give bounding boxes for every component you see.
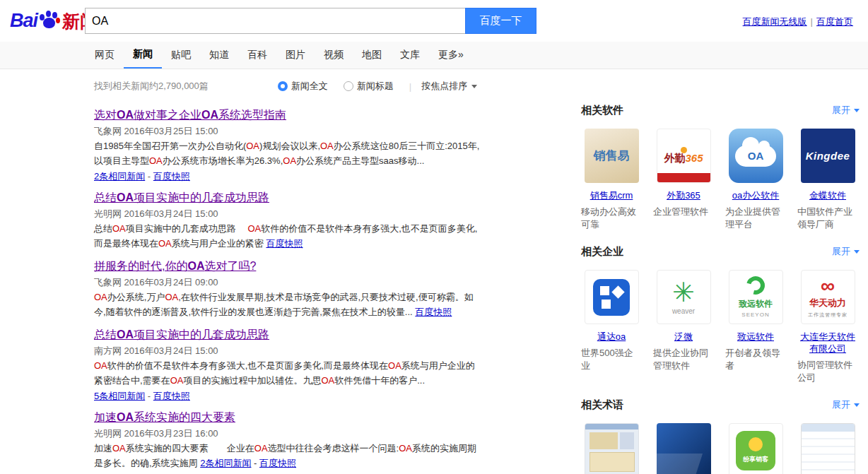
search-bar: 百度一下: [85, 8, 536, 34]
tab-maps[interactable]: 地图: [353, 42, 391, 69]
chevron-down-icon: [854, 403, 860, 407]
section-title-software: 相关软件: [581, 104, 623, 117]
inline-link[interactable]: 百度快照: [153, 171, 190, 182]
result-title-link[interactable]: 总结OA项目实施中的几套成功思路: [94, 191, 269, 205]
software-item-oa-office: OA oa办公软件 为企业提供管理平台: [725, 129, 786, 231]
search-button[interactable]: 百度一下: [465, 8, 536, 34]
related-companies-section: 相关企业 展开 通达oa 世界500强企业 ✳ weaver 泛微 提供企业协同…: [581, 244, 860, 384]
results-count: 找到相关新闻约2,790,000篇: [94, 80, 209, 93]
oa-cloud-app-icon[interactable]: OA: [729, 129, 783, 183]
company-item-tongda: 通达oa 世界500强企业: [581, 270, 642, 384]
inline-link[interactable]: 百度快照: [415, 307, 452, 317]
red-banner: [657, 173, 710, 182]
company-link[interactable]: 通达oa: [597, 331, 626, 343]
result-title-link[interactable]: 加速OA系统实施的四大要素: [94, 410, 235, 425]
tab-wenku[interactable]: 文库: [391, 42, 429, 69]
section-title-terms: 相关术语: [581, 398, 623, 412]
tab-baike[interactable]: 百科: [238, 42, 276, 69]
chevron-down-icon: [854, 250, 860, 254]
logo-text-bai: Bai: [10, 10, 37, 31]
inline-link[interactable]: 5条相同新闻: [94, 391, 145, 401]
expand-terms-link[interactable]: 展开: [832, 398, 860, 411]
green-swirl-icon: [743, 273, 768, 298]
huatian-logo-icon[interactable]: ∞ 华天动力 工作流管理专家: [801, 270, 855, 324]
result-title-link[interactable]: 总结OA项目实施中的几套成功思路: [94, 328, 269, 342]
result-footer-links: 5条相同新闻 - 百度快照: [94, 390, 481, 402]
chevron-down-icon: [471, 85, 477, 88]
search-input[interactable]: [85, 8, 465, 34]
result-source-date: 南方网 2016年03月24日 15:00: [94, 345, 481, 357]
expand-software-link[interactable]: 展开: [832, 104, 860, 117]
related-software-section: 相关软件 展开 销售易 销售易crm 移动办公高效可靠 外勤365 外勤365 …: [581, 103, 860, 231]
company-desc: 协同管理软件公司: [797, 359, 858, 384]
inline-link[interactable]: 百度快照: [259, 458, 296, 468]
tongda-logo-icon[interactable]: [585, 270, 639, 324]
term-item-2: 移动办公: [653, 423, 714, 474]
news-wireless-link[interactable]: 百度新闻无线版: [743, 16, 807, 27]
software-item-xiaoshouyi: 销售易 销售易crm 移动办公高效可靠: [581, 129, 642, 231]
news-result-4: 总结OA项目实施中的几套成功思路 南方网 2016年03月24日 15:00 O…: [94, 328, 481, 402]
kingdee-app-icon[interactable]: Kingdee: [801, 129, 855, 183]
smiley-icon: [749, 437, 763, 451]
tab-more[interactable]: 更多»: [429, 42, 473, 69]
result-source-date: 光明网 2016年03月23日 16:00: [94, 427, 481, 439]
company-link[interactable]: 致远软件: [737, 331, 774, 343]
sort-dropdown[interactable]: |按焦点排序: [409, 80, 477, 93]
tab-news[interactable]: 新闻: [124, 42, 162, 69]
company-desc: 开创者及领导者: [725, 347, 786, 372]
company-desc: 世界500强企业: [581, 347, 642, 372]
inline-link[interactable]: 百度快照: [266, 238, 303, 249]
term-item-3: 纷享销客 纷享销客: [725, 423, 786, 474]
result-snippet: 加速OA系统实施的四大要素 企业在OA选型中往往会考虑这样一个问题:OA系统的实…: [94, 441, 481, 470]
filter-fulltext-radio[interactable]: 新闻全文: [278, 80, 328, 93]
baidu-home-link[interactable]: 百度首页: [816, 16, 853, 27]
section-title-companies: 相关企业: [581, 245, 623, 259]
related-terms-section: 相关术语 展开 协同办公系统 移动办公 纷享销客 纷享销客 办公: [581, 398, 860, 474]
tab-video[interactable]: 视频: [315, 42, 353, 69]
filter-title-radio[interactable]: 新闻标题: [344, 80, 394, 93]
company-item-weaver: ✳ weaver 泛微 提供企业协同管理软件: [653, 270, 714, 384]
result-snippet: OA软件的价值不是软件本身有多强大,也不是页面多美化,而是最终体现在OA系统与用…: [94, 358, 481, 388]
seeyon-logo-icon[interactable]: 致远软件 SEEYON: [729, 270, 783, 324]
inline-link[interactable]: 2条相同新闻: [94, 171, 145, 182]
term-thumbnail[interactable]: [801, 423, 855, 474]
inline-link[interactable]: 百度快照: [153, 391, 190, 401]
term-item-4: 办公自动化: [797, 423, 858, 474]
company-item-huatian: ∞ 华天动力 工作流管理专家 大连华天软件有限公司 协同管理软件公司: [797, 270, 858, 384]
company-link[interactable]: 大连华天软件有限公司: [797, 331, 858, 355]
software-desc: 中国软件产业领导厂商: [797, 206, 858, 231]
result-snippet: 自1985年全国召开第一次办公自动化(OA)规划会议以来,OA办公系统这位80后…: [94, 138, 481, 168]
software-item-kingdee: Kingdee 金蝶软件 中国软件产业领导厂商: [797, 129, 858, 231]
result-source-date: 飞象网 2016年03月25日 15:00: [94, 125, 481, 137]
software-link[interactable]: 金蝶软件: [809, 189, 846, 201]
result-source-date: 光明网 2016年03月24日 15:00: [94, 208, 481, 220]
waiqin365-app-icon[interactable]: 外勤365: [657, 129, 711, 183]
divider: |: [409, 81, 411, 92]
fenxiang-logo-icon[interactable]: 纷享销客: [729, 423, 783, 474]
xiaoshouyi-app-icon[interactable]: 销售易: [585, 129, 639, 183]
inline-link[interactable]: 2条相同新闻: [200, 458, 251, 468]
tab-tieba[interactable]: 贴吧: [162, 42, 200, 69]
company-link[interactable]: 泛微: [674, 331, 693, 343]
software-link[interactable]: oa办公软件: [732, 189, 779, 201]
expand-companies-link[interactable]: 展开: [832, 245, 860, 258]
term-thumbnail[interactable]: [657, 423, 711, 474]
right-sidebar: 相关软件 展开 销售易 销售易crm 移动办公高效可靠 外勤365 外勤365 …: [581, 103, 860, 474]
top-links: 百度新闻无线版|百度首页: [739, 16, 857, 28]
result-title-link[interactable]: 选对OA做对事之企业OA系统选型指南: [94, 108, 286, 122]
weaver-logo-icon[interactable]: ✳ weaver: [657, 270, 711, 324]
tab-images[interactable]: 图片: [276, 42, 315, 69]
result-title-link[interactable]: 拼服务的时代,你的OA选对了吗?: [94, 259, 256, 273]
results-filter-row: 找到相关新闻约2,790,000篇 新闻全文 新闻标题 |按焦点排序: [94, 80, 868, 93]
software-link[interactable]: 销售易crm: [590, 189, 633, 201]
result-snippet: 总结OA项目实施中的几套成功思路 OA软件的价值不是软件本身有多强大,也不是页面…: [94, 221, 481, 251]
software-link[interactable]: 外勤365: [667, 189, 700, 201]
chevron-down-icon: [854, 109, 860, 112]
top-links-separator: |: [811, 16, 813, 27]
term-thumbnail[interactable]: [585, 423, 639, 474]
company-desc: 提供企业协同管理软件: [653, 347, 714, 372]
tab-zhidao[interactable]: 知道: [200, 42, 238, 69]
term-item-1: 协同办公系统: [581, 423, 642, 474]
radio-unselected-icon: [344, 81, 353, 91]
tab-webpage[interactable]: 网页: [86, 42, 124, 69]
